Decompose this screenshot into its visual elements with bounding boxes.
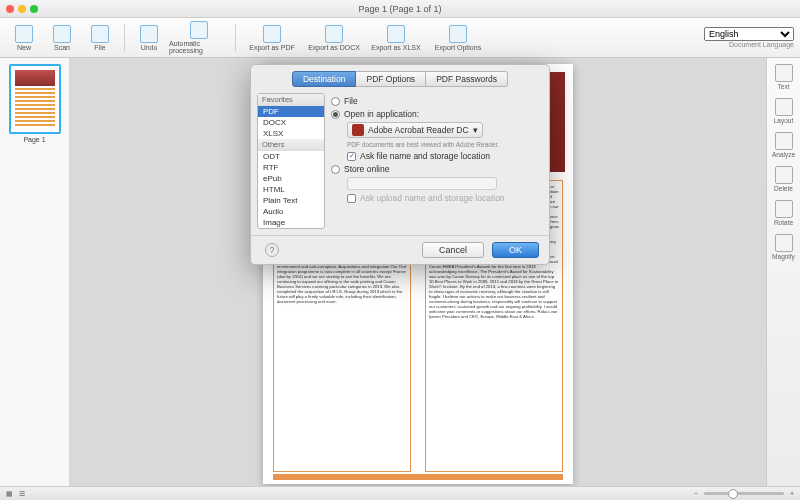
undo-button[interactable]: Undo bbox=[131, 20, 167, 56]
option-file-row[interactable]: File bbox=[331, 96, 543, 106]
delete-tool-label: Delete bbox=[774, 185, 793, 192]
tab-pdf-options[interactable]: PDF Options bbox=[356, 71, 426, 87]
thumbnail-panel: Page 1 bbox=[0, 58, 70, 486]
export-xlsx-button[interactable]: Export as XLSX bbox=[366, 20, 426, 56]
layout-tool-label: Layout bbox=[774, 117, 794, 124]
auto-label: Automatic processing bbox=[169, 40, 229, 54]
option-ask-upload-row: Ask upload name and storage location bbox=[347, 193, 543, 203]
tab-destination[interactable]: Destination bbox=[292, 71, 357, 87]
magnify-icon bbox=[775, 234, 793, 252]
xlsx-icon bbox=[387, 25, 405, 43]
new-icon bbox=[15, 25, 33, 43]
option-ask-location-row[interactable]: Ask file name and storage location bbox=[347, 151, 543, 161]
magnify-tool-label: Magnify bbox=[772, 253, 795, 260]
format-pdf[interactable]: PDF bbox=[258, 106, 324, 117]
file-button[interactable]: File bbox=[82, 20, 118, 56]
view-list-icon[interactable]: ☰ bbox=[19, 490, 25, 498]
tab-pdf-passwords[interactable]: PDF Passwords bbox=[426, 71, 508, 87]
format-docx[interactable]: DOCX bbox=[258, 117, 324, 128]
docx-icon bbox=[325, 25, 343, 43]
format-image[interactable]: Image bbox=[258, 217, 324, 228]
zoom-out-icon[interactable]: − bbox=[694, 490, 698, 497]
zoom-slider[interactable] bbox=[704, 492, 784, 495]
text-icon bbox=[775, 64, 793, 82]
chevron-down-icon: ▾ bbox=[473, 125, 478, 135]
export-options-label: Export Options bbox=[435, 44, 481, 51]
export-xlsx-label: Export as XLSX bbox=[371, 44, 420, 51]
scan-button[interactable]: Scan bbox=[44, 20, 80, 56]
delete-tool[interactable]: Delete bbox=[772, 166, 796, 192]
analyze-tool-label: Analyze bbox=[772, 151, 795, 158]
help-button[interactable]: ? bbox=[265, 243, 279, 257]
online-destination-select bbox=[347, 177, 497, 190]
application-selector-row: Adobe Acrobat Reader DC ▾ bbox=[347, 122, 543, 138]
format-odt[interactable]: ODT bbox=[258, 151, 324, 162]
window-title: Page 1 (Page 1 of 1) bbox=[0, 4, 800, 14]
acrobat-icon bbox=[352, 124, 364, 136]
text-tool[interactable]: Text bbox=[772, 64, 796, 90]
magnify-tool[interactable]: Magnify bbox=[772, 234, 796, 260]
zoom-in-icon[interactable]: + bbox=[790, 490, 794, 497]
format-rtf[interactable]: RTF bbox=[258, 162, 324, 173]
status-bar: ▦ ☰ − + bbox=[0, 486, 800, 500]
dialog-footer: ? Cancel OK bbox=[251, 235, 549, 264]
side-toolbar: Text Layout Analyze Delete Rotate Magnif… bbox=[766, 58, 800, 486]
language-select[interactable]: English bbox=[704, 27, 794, 41]
pdf-icon bbox=[263, 25, 281, 43]
option-open-in-row[interactable]: Open in application: bbox=[331, 109, 543, 119]
option-store-online-label: Store online bbox=[344, 164, 389, 174]
layout-icon bbox=[775, 98, 793, 116]
export-options-dialog: Destination PDF Options PDF Passwords Fa… bbox=[250, 64, 550, 265]
toolbar: New Scan File Undo Automatic processing … bbox=[0, 18, 800, 58]
checkbox-ask-upload bbox=[347, 194, 356, 203]
format-header-favorites: Favorites bbox=[258, 94, 324, 106]
option-ask-location-label: Ask file name and storage location bbox=[360, 151, 490, 161]
rotate-tool[interactable]: Rotate bbox=[772, 200, 796, 226]
file-icon bbox=[91, 25, 109, 43]
auto-processing-button[interactable]: Automatic processing bbox=[169, 20, 229, 56]
application-name: Adobe Acrobat Reader DC bbox=[368, 125, 469, 135]
layout-tool[interactable]: Layout bbox=[772, 98, 796, 124]
page-thumbnail-1[interactable] bbox=[9, 64, 61, 134]
export-pdf-label: Export as PDF bbox=[249, 44, 295, 51]
page-footer-bar bbox=[273, 474, 563, 480]
options-icon bbox=[449, 25, 467, 43]
application-select[interactable]: Adobe Acrobat Reader DC ▾ bbox=[347, 122, 483, 138]
format-epub[interactable]: ePub bbox=[258, 173, 324, 184]
new-button[interactable]: New bbox=[6, 20, 42, 56]
analyze-icon bbox=[775, 132, 793, 150]
thumbnail-label: Page 1 bbox=[6, 136, 63, 143]
option-store-online-row[interactable]: Store online bbox=[331, 164, 543, 174]
format-header-others: Others bbox=[258, 139, 324, 151]
cancel-button[interactable]: Cancel bbox=[422, 242, 484, 258]
option-file-label: File bbox=[344, 96, 358, 106]
export-docx-button[interactable]: Export as DOCX bbox=[304, 20, 364, 56]
format-plain-text[interactable]: Plain Text bbox=[258, 195, 324, 206]
undo-icon bbox=[140, 25, 158, 43]
checkbox-ask-location[interactable] bbox=[347, 152, 356, 161]
separator bbox=[235, 24, 236, 52]
new-label: New bbox=[17, 44, 31, 51]
radio-store-online[interactable] bbox=[331, 165, 340, 174]
language-selector: English Document Language bbox=[704, 27, 794, 48]
format-audio[interactable]: Audio bbox=[258, 206, 324, 217]
file-label: File bbox=[94, 44, 105, 51]
ok-button[interactable]: OK bbox=[492, 242, 539, 258]
format-list: Favorites PDF DOCX XLSX Others ODT RTF e… bbox=[257, 93, 325, 229]
titlebar: Page 1 (Page 1 of 1) bbox=[0, 0, 800, 18]
radio-file[interactable] bbox=[331, 97, 340, 106]
rotate-tool-label: Rotate bbox=[774, 219, 793, 226]
analyze-tool[interactable]: Analyze bbox=[772, 132, 796, 158]
view-mode-icon[interactable]: ▦ bbox=[6, 490, 13, 498]
text-tool-label: Text bbox=[778, 83, 790, 90]
format-xlsx[interactable]: XLSX bbox=[258, 128, 324, 139]
auto-icon bbox=[190, 21, 208, 39]
export-docx-label: Export as DOCX bbox=[308, 44, 360, 51]
radio-open-in-app[interactable] bbox=[331, 110, 340, 119]
destination-options: File Open in application: Adobe Acrobat … bbox=[331, 93, 543, 229]
format-html[interactable]: HTML bbox=[258, 184, 324, 195]
dialog-tabs: Destination PDF Options PDF Passwords bbox=[251, 65, 549, 87]
export-options-button[interactable]: Export Options bbox=[428, 20, 488, 56]
export-pdf-button[interactable]: Export as PDF bbox=[242, 20, 302, 56]
dialog-body: Favorites PDF DOCX XLSX Others ODT RTF e… bbox=[251, 87, 549, 235]
